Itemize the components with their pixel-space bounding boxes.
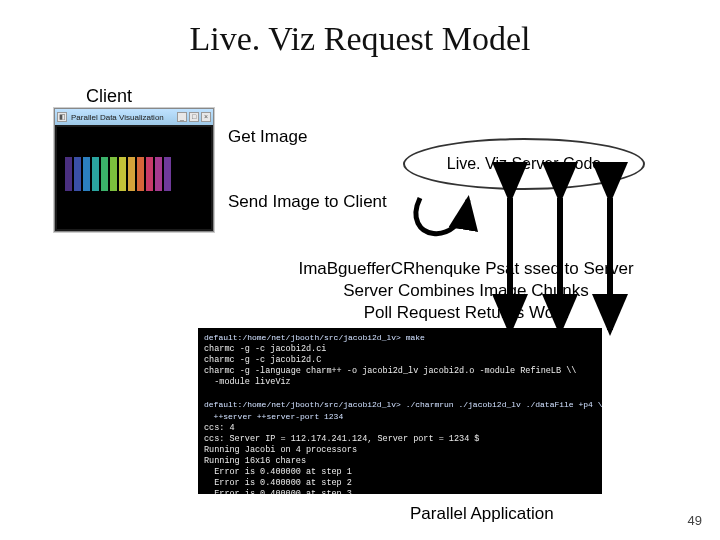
terminal-line: ++server ++server-port 1234 — [204, 412, 343, 421]
get-image-label: Get Image — [228, 127, 307, 147]
terminal-line: Running Jacobi on 4 processors — [204, 445, 357, 455]
terminal-line: charmc -g -language charm++ -o jacobi2d_… — [204, 366, 576, 376]
terminal-path: default:/home/net/jbooth/src/jacobi2d_lv… — [204, 333, 425, 342]
terminal-line: ccs: Server IP = 112.174.241.124, Server… — [204, 434, 479, 444]
close-icon: × — [201, 112, 211, 122]
server-oval-text: Live. Viz Server Code — [447, 155, 601, 173]
mid-line-3: Poll Request Returns Work — [252, 302, 680, 324]
window-title-text: Parallel Data Visualization — [69, 113, 175, 122]
client-window: ◧ Parallel Data Visualization _ □ × — [54, 108, 214, 232]
terminal-line: Error is 0.400000 at step 2 — [204, 478, 352, 488]
terminal-window: default:/home/net/jbooth/src/jacobi2d_lv… — [198, 328, 602, 494]
terminal-line: Running 16x16 chares — [204, 456, 306, 466]
window-icon: ◧ — [57, 112, 67, 122]
mid-line-2: Server Combines Image Chunks — [252, 280, 680, 302]
rainbow-bars — [65, 157, 171, 191]
client-titlebar: ◧ Parallel Data Visualization _ □ × — [55, 109, 213, 125]
maximize-icon: □ — [189, 112, 199, 122]
send-image-label: Send Image to Client — [228, 192, 387, 212]
terminal-line: ccs: 4 — [204, 423, 235, 433]
terminal-line: default:/home/net/jbooth/src/jacobi2d_lv… — [204, 400, 602, 409]
page-title: Live. Viz Request Model — [0, 20, 720, 58]
parallel-app-label: Parallel Application — [410, 504, 554, 524]
client-label: Client — [86, 86, 132, 107]
minimize-icon: _ — [177, 112, 187, 122]
terminal-line: charmc -g -c jacobi2d.C — [204, 355, 321, 365]
mid-line-1: ImaBguefferCRhenquke Psat ssed to Server — [252, 258, 680, 280]
terminal-line: Error is 0.400000 at step 3 — [204, 489, 352, 494]
page-number: 49 — [688, 513, 702, 528]
terminal-line: charmc -g -c jacobi2d.ci — [204, 344, 326, 354]
client-canvas — [57, 127, 211, 229]
terminal-line: -module liveViz — [204, 377, 291, 387]
server-oval: Live. Viz Server Code — [403, 138, 645, 190]
terminal-line: Error is 0.400000 at step 1 — [204, 467, 352, 477]
